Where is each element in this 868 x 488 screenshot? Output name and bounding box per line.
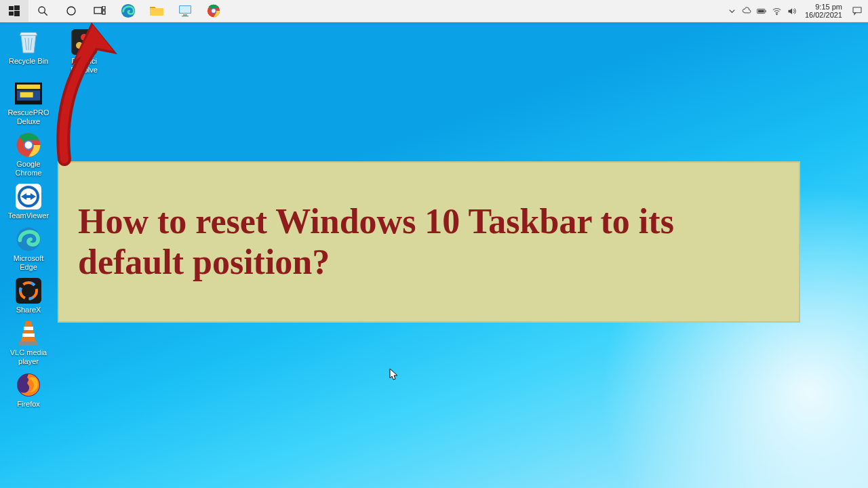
cortana-icon [66, 5, 77, 16]
svg-rect-2 [9, 12, 14, 16]
svg-rect-28 [17, 85, 40, 89]
monitor-icon [178, 5, 193, 17]
desktop-icon-chrome[interactable]: Google Chrome [4, 130, 53, 179]
desktop-icon-vlc[interactable]: VLC media player [4, 319, 53, 367]
desktop-icon-label: DaVinci Resolve [60, 57, 108, 75]
taskbar-app-this-pc[interactable] [171, 0, 199, 22]
desktop-icon-label: VLC media player [4, 348, 53, 366]
desktop-icon-rescuepro[interactable]: RescuePRO Deluxe [4, 79, 53, 127]
taskbar-left [0, 0, 228, 22]
windows-logo-icon [9, 5, 20, 16]
recycle-bin-icon [15, 28, 42, 56]
tray-wifi[interactable] [770, 0, 785, 22]
search-icon [37, 5, 48, 16]
sharex-icon [15, 277, 42, 304]
battery-icon [757, 6, 767, 16]
search-button[interactable] [28, 0, 57, 22]
svg-rect-12 [180, 6, 191, 13]
svg-point-4 [39, 7, 45, 13]
svg-rect-23 [71, 29, 97, 55]
svg-rect-7 [94, 7, 102, 14]
desktop-icon-firefox[interactable]: Firefox [4, 370, 53, 410]
davinci-icon [71, 28, 98, 56]
edge-icon [121, 3, 136, 18]
svg-point-25 [76, 42, 83, 49]
chevron-down-icon [727, 6, 737, 16]
speaker-icon [787, 6, 797, 16]
svg-point-17 [212, 9, 216, 13]
mouse-cursor-icon [389, 368, 399, 382]
vlc-icon [15, 320, 42, 347]
banner-text: How to reset Windows 10 Taskbar to its d… [78, 201, 780, 283]
svg-point-26 [85, 42, 92, 49]
chrome-icon [15, 131, 42, 159]
desktop-icon-edge[interactable]: Microsoft Edge [4, 224, 53, 273]
taskbar-app-edge[interactable] [114, 0, 142, 22]
firefox-icon [15, 371, 42, 399]
cloud-sync-icon [742, 6, 752, 16]
svg-rect-3 [14, 11, 20, 16]
desktop-icon-teamviewer[interactable]: TeamViewer [4, 182, 53, 222]
edge-icon [15, 226, 42, 253]
desktop-icon-sharex[interactable]: ShareX [4, 276, 53, 316]
task-view-button[interactable] [85, 0, 114, 22]
wifi-icon [772, 6, 782, 16]
svg-rect-0 [9, 6, 14, 10]
desktop-icon-label: TeamViewer [8, 211, 49, 220]
tray-volume[interactable] [785, 0, 800, 22]
desktop-icon-label: ShareX [16, 306, 41, 314]
desktop-icon-label: Microsoft Edge [4, 254, 53, 272]
svg-rect-30 [20, 92, 33, 98]
notification-icon [852, 5, 863, 16]
folder-icon [149, 5, 164, 17]
svg-point-6 [67, 7, 75, 15]
start-button[interactable] [0, 0, 28, 22]
taskbar-app-file-explorer[interactable] [142, 0, 171, 22]
svg-point-21 [776, 14, 778, 15]
desktop-icon-recycle-bin[interactable]: Recycle Bin [4, 27, 53, 76]
svg-rect-42 [19, 342, 38, 346]
taskbar-app-chrome[interactable] [199, 0, 228, 22]
taskbar-clock[interactable]: 9:15 pm 16/02/2021 [800, 3, 848, 19]
tray-chevron[interactable] [725, 0, 740, 22]
desktop-icon-davinci-resolve[interactable]: DaVinci Resolve [60, 27, 108, 76]
teamviewer-icon [15, 183, 42, 210]
svg-line-5 [44, 12, 47, 16]
tray-onedrive[interactable] [740, 0, 755, 22]
chrome-icon [207, 4, 220, 18]
desktop-screen: 9:15 pm 16/02/2021 Recycle Bin DaVinci R… [0, 0, 868, 488]
rescuepro-icon [15, 80, 42, 107]
svg-point-24 [81, 34, 87, 41]
svg-rect-8 [102, 6, 105, 9]
svg-point-33 [25, 142, 33, 149]
svg-rect-41 [22, 333, 35, 337]
desktop-icon-label: Firefox [17, 400, 40, 409]
svg-rect-1 [14, 5, 20, 10]
task-view-icon [94, 6, 106, 16]
clock-date: 16/02/2021 [805, 11, 842, 19]
action-center-button[interactable] [848, 0, 867, 22]
title-banner: How to reset Windows 10 Taskbar to its d… [58, 161, 800, 323]
svg-rect-9 [102, 11, 105, 14]
clock-time: 9:15 pm [805, 3, 842, 11]
desktop-icon-label: Recycle Bin [9, 57, 48, 66]
svg-rect-19 [766, 10, 766, 12]
taskbar: 9:15 pm 16/02/2021 [0, 0, 868, 22]
svg-rect-20 [758, 9, 764, 12]
tray-battery[interactable] [755, 0, 770, 22]
desktop-icon-label: RescuePRO Deluxe [4, 108, 53, 126]
taskbar-right: 9:15 pm 16/02/2021 [725, 0, 868, 22]
svg-rect-14 [182, 16, 189, 17]
svg-rect-40 [24, 327, 33, 330]
cortana-button[interactable] [57, 0, 85, 22]
desktop-icon-label: Google Chrome [4, 160, 53, 178]
svg-rect-22 [853, 7, 861, 13]
svg-rect-13 [183, 14, 187, 16]
